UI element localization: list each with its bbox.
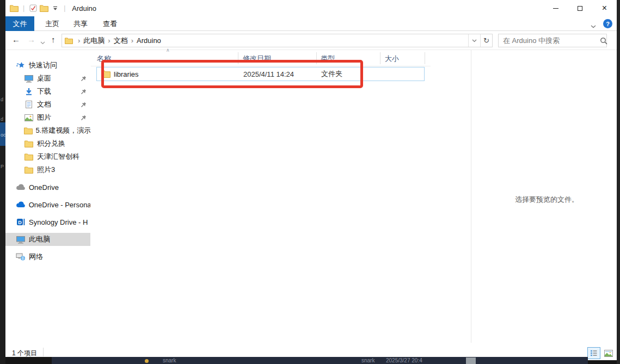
sidebar-item-label: 积分兑换: [37, 139, 65, 149]
folder-icon: [101, 70, 111, 78]
sidebar-item-onedrive[interactable]: OneDrive: [5, 181, 90, 194]
column-divider[interactable]: [380, 52, 380, 64]
view-details-button[interactable]: [587, 347, 600, 359]
sidebar-item-onedrive-personal[interactable]: OneDrive - Persona: [5, 198, 90, 211]
view-thumbnails-button[interactable]: [602, 347, 615, 359]
close-button[interactable]: ×: [592, 0, 617, 16]
ribbon-tab-bar: 文件 主页 共享 查看 ?: [5, 16, 617, 31]
sidebar-item-label: 文档: [37, 100, 51, 109]
sidebar-item-pictures[interactable]: 图片: [5, 111, 90, 124]
qat-customize-icon[interactable]: [50, 2, 60, 14]
address-folder-icon: [62, 35, 75, 47]
column-header-type[interactable]: 类型: [321, 54, 335, 64]
bg-text-fragment: d: [1, 97, 3, 102]
search-icon[interactable]: [599, 37, 611, 45]
header-underline: [91, 66, 431, 66]
sidebar-item-downloads[interactable]: 下载: [5, 85, 90, 98]
sidebar-item-desktop[interactable]: 桌面: [5, 72, 90, 85]
sidebar-item-label: 下载: [37, 87, 51, 96]
breadcrumb-this-pc[interactable]: 此电脑: [80, 36, 108, 46]
refresh-icon[interactable]: ↻: [480, 34, 492, 47]
history-chevron-icon[interactable]: [40, 37, 45, 46]
column-divider[interactable]: [316, 52, 317, 64]
column-header-name[interactable]: 名称: [97, 54, 111, 64]
address-dropdown-chevron-icon[interactable]: [468, 34, 480, 47]
tab-share[interactable]: 共享: [66, 16, 95, 31]
bg-scrollbar: [466, 357, 476, 364]
back-icon[interactable]: ←: [12, 35, 20, 44]
sidebar-item-label: 5.搭建视频，演示视: [36, 126, 91, 135]
sidebar-item-label: OneDrive: [29, 183, 59, 192]
sidebar-item-quick-access[interactable]: 快速访问: [5, 59, 90, 72]
preview-message: 选择要预览的文件。: [471, 195, 620, 205]
bg-text-fragment: snark: [163, 357, 176, 363]
file-name: libraries: [114, 70, 139, 78]
folder-icon: [23, 153, 34, 161]
file-type: 文件夹: [321, 69, 342, 79]
pin-icon: [81, 102, 87, 108]
minimize-button[interactable]: [543, 0, 568, 16]
sidebar-item-label: Synology Drive - H: [29, 218, 88, 226]
explorer-window: | | Arduino × 文件 主页 共享 查看 ? ← →: [5, 0, 617, 360]
address-field[interactable]: › 此电脑 › 文档 › Arduino ↻: [62, 34, 493, 47]
sidebar-item-network[interactable]: 网络: [5, 250, 90, 263]
forward-icon[interactable]: →: [27, 35, 35, 44]
sidebar-item-folder[interactable]: 5.搭建视频，演示视: [5, 124, 90, 137]
documents-icon: [23, 100, 34, 109]
bg-text-fragment: oc: [1, 132, 6, 138]
column-header-modified[interactable]: 修改日期: [243, 54, 271, 64]
search-box[interactable]: [498, 34, 607, 47]
separator: |: [64, 4, 65, 12]
sidebar-item-synology-drive[interactable]: D Synology Drive - H: [5, 215, 90, 229]
maximize-button[interactable]: [568, 0, 592, 16]
pin-icon: [81, 76, 87, 82]
synology-drive-icon: D: [15, 218, 26, 226]
window-title: Arduino: [72, 4, 96, 13]
folder-icon: [23, 166, 34, 174]
qat-properties-icon[interactable]: [28, 2, 39, 14]
downloads-icon: [23, 88, 34, 96]
pin-icon: [81, 89, 87, 95]
sidebar-item-folder[interactable]: 照片3: [5, 163, 90, 176]
navigation-pane: 快速访问 桌面 下载 文档: [5, 50, 91, 343]
quick-access-star-icon: [15, 61, 26, 69]
background-window-bottom-right: [588, 360, 617, 364]
background-window-bottom-left: [5, 357, 52, 364]
ribbon-collapse-chevron-icon[interactable]: [591, 22, 596, 30]
background-window-right-strip: [617, 0, 620, 364]
sidebar-item-label: 图片: [37, 113, 51, 122]
qat-new-folder-icon[interactable]: [39, 2, 50, 14]
sidebar-item-documents[interactable]: 文档: [5, 98, 90, 111]
sort-ascending-icon: ∧: [166, 47, 170, 53]
help-icon[interactable]: ?: [603, 19, 612, 28]
address-bar-row: ← → ↑ › 此电脑 › 文档 › Arduino ↻: [5, 31, 617, 50]
tab-file[interactable]: 文件: [5, 16, 34, 31]
sidebar-item-folder[interactable]: 天津汇智创科: [5, 150, 90, 163]
column-divider[interactable]: [238, 52, 238, 64]
this-pc-icon: [15, 236, 26, 244]
sidebar-item-this-pc[interactable]: 此电脑: [5, 233, 90, 246]
column-divider[interactable]: [425, 52, 425, 64]
onedrive-cloud-icon: [15, 184, 26, 190]
sidebar-item-label: 天津汇智创科: [37, 152, 79, 162]
folder-icon: [23, 127, 33, 134]
breadcrumb-documents[interactable]: 文档: [111, 36, 131, 46]
desktop-icon: [23, 75, 34, 83]
bg-text-fragment: d: [1, 116, 3, 122]
search-input[interactable]: [499, 36, 599, 45]
sidebar-item-label: 此电脑: [29, 235, 50, 244]
tab-home[interactable]: 主页: [38, 16, 66, 31]
network-icon: [15, 253, 26, 261]
title-bar: | | Arduino ×: [5, 0, 617, 16]
column-header-size[interactable]: 大小: [385, 54, 399, 64]
breadcrumb-arduino[interactable]: Arduino: [133, 36, 164, 45]
background-window-bottom-row: snark snark 2025/3/27 20:4: [52, 357, 588, 364]
sidebar-item-label: 快速访问: [29, 60, 57, 70]
bg-file-icon: [145, 359, 149, 363]
tab-view[interactable]: 查看: [96, 16, 124, 31]
sidebar-item-label: 网络: [29, 252, 43, 262]
file-modified-date: 2025/4/11 14:24: [243, 70, 294, 78]
file-row-libraries[interactable]: libraries 2025/4/11 14:24 文件夹: [96, 67, 425, 81]
sidebar-item-folder[interactable]: 积分兑换: [5, 137, 90, 150]
up-icon[interactable]: ↑: [51, 35, 56, 44]
